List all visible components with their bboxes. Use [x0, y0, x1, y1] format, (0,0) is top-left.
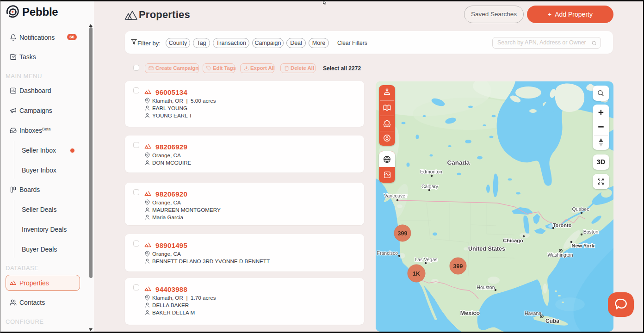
svg-text:n Francisco: n Francisco — [376, 250, 398, 256]
svg-text:Havana: Havana — [525, 310, 541, 316]
svg-text:Washington: Washington — [547, 252, 573, 258]
svg-text:Vancouver: Vancouver — [384, 193, 407, 198]
svg-text:Cuba: Cuba — [545, 318, 559, 324]
svg-text:Mexico: Mexico — [460, 310, 480, 316]
svg-text:Chicago: Chicago — [503, 238, 523, 243]
svg-text:399: 399 — [453, 263, 463, 270]
svg-text:Houston: Houston — [477, 284, 495, 290]
svg-text:United States: United States — [468, 246, 505, 252]
svg-text:Canada: Canada — [447, 159, 470, 166]
svg-text:399: 399 — [398, 230, 408, 237]
svg-text:New York: New York — [571, 243, 594, 248]
svg-text:Quebec: Quebec — [572, 206, 589, 212]
svg-text:1K: 1K — [413, 271, 420, 277]
svg-text:Boston: Boston — [583, 229, 599, 234]
svg-text:Toronto: Toronto — [553, 222, 572, 228]
svg-text:Las Vegas: Las Vegas — [415, 257, 437, 262]
svg-text:Calgary: Calgary — [421, 184, 439, 189]
svg-text:Edmonton: Edmonton — [420, 169, 442, 174]
